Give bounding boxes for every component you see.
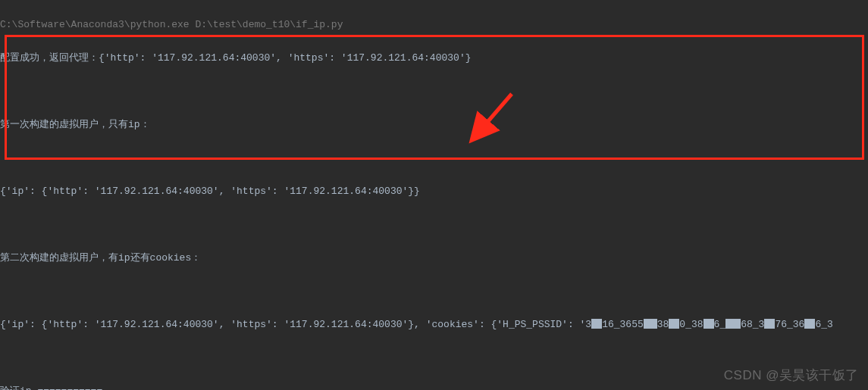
output-line-cmd: C:\Software\Anaconda3\python.exe D:\test…	[0, 17, 868, 33]
output-line-blank-1	[0, 83, 868, 100]
watermark-text: CSDN @吴昊该干饭了	[724, 367, 859, 384]
output-line-first-user-title: 第一次构建的虚拟用户，只有ip：	[0, 117, 868, 133]
output-line-first-user-data: {'ip': {'http': '117.92.121.64:40030', '…	[0, 183, 868, 200]
output-line-blank-3	[0, 217, 868, 233]
output-line-verify: 验证ip ===========	[0, 383, 868, 390]
output-line-blank-4	[0, 283, 868, 300]
console-output: C:\Software\Anaconda3\python.exe D:\test…	[0, 0, 868, 390]
output-line-blank-2	[0, 150, 868, 167]
output-line-blank-5	[0, 350, 868, 367]
output-line-config: 配置成功，返回代理：{'http': '117.92.121.64:40030'…	[0, 50, 868, 67]
output-line-second-user-title: 第二次构建的虚拟用户，有ip还有cookies：	[0, 250, 868, 267]
output-line-second-user-data: {'ip': {'http': '117.92.121.64:40030', '…	[0, 317, 868, 333]
